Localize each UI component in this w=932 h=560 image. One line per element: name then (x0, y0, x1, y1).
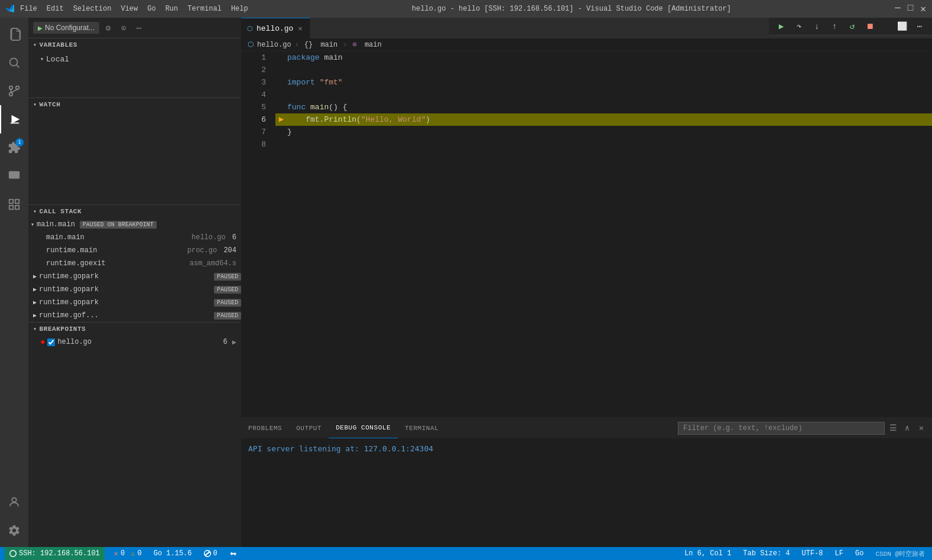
debug-action-bar: ▶ ↷ ↓ ↑ ↺ ⏹ ⬜ ⋯ (769, 18, 932, 35)
svg-rect-11 (9, 200, 13, 203)
code-line-4 (275, 89, 932, 101)
svg-rect-13 (15, 206, 19, 209)
menu-help[interactable]: Help (231, 5, 248, 13)
menu-selection[interactable]: Selection (73, 5, 112, 13)
callstack-group-main[interactable]: ▾ main.main PAUSED ON BREAKPOINT (28, 218, 241, 231)
debug-stop-button[interactable]: ⏹ (862, 20, 878, 33)
local-header[interactable]: ▾ Local (28, 53, 241, 66)
gopark1-chevron: ▶ (33, 273, 37, 280)
search-activity-icon[interactable] (0, 48, 28, 77)
activity-bar: 1 (0, 18, 28, 547)
gopark2-label: runtime.gopark (39, 285, 99, 294)
language-mode-status-item[interactable]: Go (853, 547, 866, 560)
console-close-icon[interactable]: ✕ (915, 422, 927, 434)
line-num-8: 8 (241, 138, 266, 151)
account-activity-icon[interactable] (0, 488, 28, 516)
menu-view[interactable]: View (121, 5, 138, 13)
debug-continue-button[interactable]: ▶ (774, 20, 789, 33)
position-status-item[interactable]: Ln 6, Col 1 (682, 547, 733, 560)
errors-status-item[interactable]: ✕ 0 ⚠ 0 (112, 547, 144, 560)
callstack-frame-0[interactable]: main.main hello.go 6 (28, 231, 241, 244)
callstack-chevron: ▾ (33, 208, 37, 215)
tab-problems[interactable]: PROBLEMS (241, 418, 289, 438)
remote-icon (9, 550, 17, 557)
debug-step-out-button[interactable]: ↑ (827, 20, 842, 33)
line-ending-status-item[interactable]: LF (833, 547, 846, 560)
menu-terminal[interactable]: Terminal (187, 5, 222, 13)
debug-attach-icon[interactable]: ⊙ (117, 21, 130, 34)
run-debug-activity-icon[interactable] (0, 105, 28, 134)
extensions2-activity-icon[interactable] (0, 190, 28, 219)
frame-line-1: 204 (223, 246, 236, 255)
status-bar-right: Ln 6, Col 1 Tab Size: 4 UTF-8 LF Go CSDN… (682, 547, 927, 560)
menu-go[interactable]: Go (147, 5, 155, 13)
callstack-group-gopark-1[interactable]: ▶ runtime.gopark PAUSED (28, 270, 241, 283)
svg-rect-14 (9, 206, 13, 209)
debug-step-into-button[interactable]: ↓ (809, 20, 824, 33)
remote-count-status-item[interactable]: 0 (202, 547, 220, 560)
encoding-status-item[interactable]: UTF-8 (800, 547, 826, 560)
sync-status-item[interactable] (227, 547, 239, 560)
line-num-2: 2 (241, 64, 266, 76)
ssh-status-item[interactable]: SSH: 192.168.56.101 (5, 547, 105, 560)
tab-output[interactable]: OUTPUT (289, 418, 329, 438)
gopark1-paused-badge: PAUSED (214, 273, 241, 281)
breakpoints-header[interactable]: ▾ BREAKPOINTS (28, 323, 241, 336)
console-filter-input[interactable] (678, 422, 885, 435)
tab-size-status-item[interactable]: Tab Size: 4 (741, 547, 792, 560)
tab-hello-go[interactable]: ⬡ hello.go ✕ (241, 18, 310, 38)
tab-size-label: Tab Size: 4 (743, 549, 790, 558)
tab-terminal[interactable]: TERMINAL (398, 418, 446, 438)
breakpoints-panel: ▾ BREAKPOINTS ● hello.go 6 ▶ (28, 323, 241, 349)
callstack-group-gopark-2[interactable]: ▶ runtime.gopark PAUSED (28, 283, 241, 296)
gof-chevron: ▶ (33, 312, 37, 319)
title-bar-controls: ─ □ ✕ (895, 3, 926, 15)
code-content[interactable]: package main import "fmt" (271, 51, 932, 417)
debug-config-button[interactable]: ▶ No Configurat... (33, 22, 99, 34)
more-actions-icon[interactable]: ⋯ (912, 20, 927, 33)
menu-edit[interactable]: Edit (47, 5, 64, 13)
callstack-group-gof[interactable]: ▶ runtime.gof... PAUSED (28, 309, 241, 322)
remote-explorer-activity-icon[interactable] (0, 162, 28, 190)
maximize-button[interactable]: □ (908, 3, 914, 15)
language-mode-label: Go (855, 549, 863, 558)
panel-tabs: PROBLEMS OUTPUT DEBUG CONSOLE TERMINAL (241, 418, 673, 438)
debug-restart-button[interactable]: ↺ (845, 20, 860, 33)
variables-header[interactable]: ▾ VARIABLES (28, 38, 241, 51)
gopark3-paused-badge: PAUSED (214, 299, 241, 307)
frame-func-2: runtime.goexit (46, 259, 106, 268)
watch-header[interactable]: ▾ WATCH (28, 98, 241, 111)
minimize-button[interactable]: ─ (895, 3, 901, 15)
split-editor-icon[interactable]: ⬜ (894, 20, 910, 33)
language-version-status-item[interactable]: Go 1.15.6 (151, 547, 194, 560)
console-clear-icon[interactable]: ☰ (887, 422, 899, 434)
tab-close-button[interactable]: ✕ (297, 24, 303, 34)
bp-checkbox[interactable] (47, 338, 55, 346)
breakpoint-item-0[interactable]: ● hello.go 6 ▶ (28, 336, 241, 349)
callstack-frame-1[interactable]: runtime.main proc.go 204 (28, 244, 241, 257)
breadcrumb-file[interactable]: hello.go (257, 41, 291, 49)
console-collapse-icon[interactable]: ∧ (901, 422, 913, 434)
menu-run[interactable]: Run (165, 5, 178, 13)
local-label: Local (46, 55, 69, 64)
debug-more-icon[interactable]: ⋯ (132, 21, 145, 34)
frame-file-2: asm_amd64.s (190, 259, 236, 268)
callstack-frame-2[interactable]: runtime.goexit asm_amd64.s (28, 257, 241, 270)
extensions-activity-icon[interactable]: 1 (0, 134, 28, 162)
tab-debug-console[interactable]: DEBUG CONSOLE (329, 418, 398, 438)
close-button[interactable]: ✕ (920, 3, 926, 15)
debug-step-over-button[interactable]: ↷ (791, 20, 807, 33)
source-control-activity-icon[interactable] (0, 77, 28, 105)
settings-activity-icon[interactable] (0, 516, 28, 545)
explorer-activity-icon[interactable] (0, 20, 28, 48)
bp-navigate-icon[interactable]: ▶ (232, 338, 236, 347)
frame-func-0: main.main (46, 233, 85, 242)
debug-settings-icon[interactable]: ⚙ (102, 21, 115, 34)
callstack-header[interactable]: ▾ CALL STACK (28, 205, 241, 218)
menu-file[interactable]: File (20, 5, 37, 13)
breadcrumb-namespace[interactable]: {} main (303, 41, 339, 49)
error-count: 0 (121, 549, 125, 558)
breadcrumb-func[interactable]: ⊙ main (350, 40, 383, 49)
callstack-group-gopark-3[interactable]: ▶ runtime.gopark PAUSED (28, 296, 241, 309)
code-line-8 (275, 138, 932, 151)
